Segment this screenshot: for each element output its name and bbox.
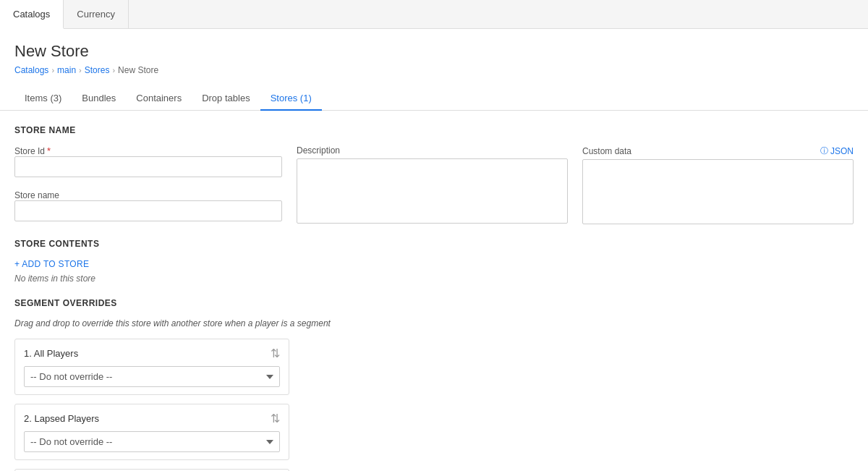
top-nav-currency[interactable]: Currency [64, 0, 129, 28]
store-id-input[interactable] [14, 156, 282, 177]
page-title: New Store [14, 42, 854, 61]
breadcrumb: Catalogs › main › Stores › New Store [14, 65, 854, 75]
store-id-label: Store Id * [14, 145, 282, 156]
info-icon: ⓘ [820, 145, 828, 156]
json-link[interactable]: ⓘ JSON [820, 145, 854, 156]
breadcrumb-current: New Store [118, 65, 158, 75]
breadcrumb-sep-2: › [79, 66, 82, 75]
tab-drop-tables[interactable]: Drop tables [192, 87, 260, 111]
sub-tabs: Items (3) Bundles Containers Drop tables… [0, 87, 868, 111]
top-nav-catalogs[interactable]: Catalogs [0, 0, 64, 29]
breadcrumb-main[interactable]: main [57, 65, 76, 75]
custom-data-input[interactable] [582, 159, 854, 224]
tab-containers[interactable]: Containers [126, 87, 192, 111]
required-star: * [47, 145, 51, 156]
drag-handle-1[interactable]: ⇅ [271, 347, 280, 360]
store-name-label: Store name [14, 190, 282, 200]
breadcrumb-sep-1: › [51, 66, 54, 75]
store-form-row: Store Id * Store name Description Custom… [14, 145, 854, 224]
segment-item-header-1: 1. All Players ⇅ [24, 347, 280, 360]
segment-overrides-section: SEGMENT OVERRIDES Drag and drop to overr… [14, 298, 854, 471]
tab-items[interactable]: Items (3) [14, 87, 72, 111]
drag-handle-2[interactable]: ⇅ [271, 412, 280, 425]
segment-select-lapsed-players[interactable]: -- Do not override -- [24, 431, 280, 452]
main-content: STORE NAME Store Id * Store name Descrip… [0, 111, 868, 471]
store-name-group: Store name [14, 190, 282, 221]
store-id-group: Store Id * [14, 145, 282, 177]
store-name-section-title: STORE NAME [14, 125, 854, 135]
no-items-text: No items in this store [14, 273, 854, 284]
custom-data-header: Custom data ⓘ JSON [582, 145, 854, 156]
tab-bundles[interactable]: Bundles [72, 87, 126, 111]
segment-item-lapsed-players: 2. Lapsed Players ⇅ -- Do not override -… [14, 404, 289, 460]
store-name-input[interactable] [14, 200, 282, 221]
top-nav: Catalogs Currency [0, 0, 868, 29]
tab-stores[interactable]: Stores (1) [260, 87, 322, 111]
form-mid-col: Description [297, 145, 568, 224]
description-input[interactable] [297, 158, 568, 224]
breadcrumb-sep-3: › [112, 66, 115, 75]
segment-select-all-players[interactable]: -- Do not override -- [24, 366, 280, 387]
form-right-col: Custom data ⓘ JSON [582, 145, 854, 224]
segment-label-all-players: 1. All Players [24, 348, 78, 359]
custom-data-label: Custom data [582, 146, 631, 156]
breadcrumb-stores[interactable]: Stores [85, 65, 110, 75]
segment-subtitle: Drag and drop to override this store wit… [14, 318, 854, 328]
page-header: New Store Catalogs › main › Stores › New… [0, 29, 868, 81]
description-label: Description [297, 145, 568, 156]
add-to-store-button[interactable]: + ADD TO STORE [14, 259, 854, 269]
segment-item-header-2: 2. Lapsed Players ⇅ [24, 412, 280, 425]
store-contents-section: STORE CONTENTS + ADD TO STORE No items i… [14, 239, 854, 284]
form-left-col: Store Id * Store name [14, 145, 282, 224]
segment-item-all-players: 1. All Players ⇅ -- Do not override -- [14, 339, 289, 395]
store-contents-title: STORE CONTENTS [14, 239, 854, 249]
breadcrumb-catalogs[interactable]: Catalogs [14, 65, 48, 75]
segment-overrides-title: SEGMENT OVERRIDES [14, 298, 854, 308]
segment-label-lapsed-players: 2. Lapsed Players [24, 413, 99, 424]
